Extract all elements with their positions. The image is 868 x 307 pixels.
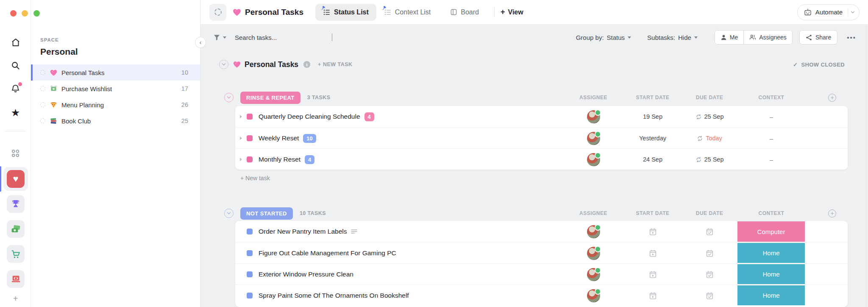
add-column-button[interactable]: + <box>828 94 836 102</box>
expand-caret-icon[interactable] <box>240 115 242 118</box>
search-icon[interactable] <box>10 60 21 71</box>
assignee-avatar[interactable] <box>587 110 600 123</box>
sidebar-item-purchase-wishlist[interactable]: Purchase Wishlist 17 <box>31 81 200 97</box>
assignee-avatar[interactable] <box>587 153 600 166</box>
due-date[interactable]: Today <box>676 128 743 149</box>
task-name[interactable]: Figure Out Cable Management For Gaming P… <box>259 249 396 257</box>
filter-button[interactable] <box>213 34 226 41</box>
status-square-icon[interactable] <box>247 114 253 120</box>
sidebar-item-personal-tasks[interactable]: Personal Tasks 10 <box>31 64 200 81</box>
column-header-context[interactable]: CONTEXT <box>746 89 797 106</box>
space-avatar-personal[interactable]: ♥ <box>7 170 25 188</box>
subtask-count-badge[interactable]: 4 <box>305 155 314 164</box>
column-header-due-date[interactable]: DUE DATE <box>684 205 735 222</box>
task-row[interactable]: Figure Out Cable Management For Gaming P… <box>235 242 848 263</box>
space-avatar-trophy[interactable] <box>7 195 25 213</box>
add-view-button[interactable]: + View <box>501 8 523 17</box>
task-row[interactable]: Quarterly Deep Cleaning Schedule 4 19 Se… <box>235 106 848 127</box>
show-closed-toggle[interactable]: ✓ SHOW CLOSED <box>793 61 845 68</box>
new-task-inline-button[interactable]: + New task <box>240 175 270 181</box>
status-square-icon[interactable] <box>247 271 253 277</box>
column-header-context[interactable]: CONTEXT <box>746 205 797 222</box>
context-tag[interactable]: Home <box>737 264 805 284</box>
traffic-light-close[interactable] <box>10 10 17 17</box>
task-name[interactable]: Order New Pantry Item Labels <box>259 228 347 235</box>
home-icon[interactable] <box>10 37 21 47</box>
sidebar-collapse-button[interactable]: ‹ <box>195 37 206 48</box>
context-tag[interactable]: Home <box>737 285 805 305</box>
group-status-badge[interactable]: NOT STARTED <box>240 207 293 220</box>
due-date[interactable]: 25 Sep <box>676 149 743 170</box>
subtasks-select[interactable]: Subtasks: Hide <box>647 34 698 41</box>
context-value[interactable]: – <box>737 149 805 170</box>
subtask-count-badge[interactable]: 4 <box>364 112 374 121</box>
expand-caret-icon[interactable] <box>240 158 242 161</box>
tab-board[interactable]: Board <box>442 4 487 21</box>
tab-status-list[interactable]: Status List <box>315 4 376 21</box>
space-avatar-finance[interactable] <box>7 220 25 238</box>
column-header-due-date[interactable]: DUE DATE <box>684 89 735 106</box>
context-value[interactable]: – <box>737 106 805 127</box>
column-header-assignee[interactable]: ASSIGNEE <box>568 89 619 106</box>
task-row[interactable]: Weekly Reset 10 Yesterday Today – <box>235 127 848 148</box>
task-name[interactable]: Weekly Reset <box>259 134 299 142</box>
set-due-date[interactable] <box>676 264 743 285</box>
collapse-list-chevron[interactable] <box>219 60 228 69</box>
tab-context-list[interactable]: Context List <box>376 4 438 21</box>
traffic-light-zoom[interactable] <box>33 10 40 17</box>
assignee-avatar[interactable] <box>587 247 600 260</box>
collapse-group-chevron[interactable] <box>224 93 234 102</box>
traffic-light-minimize[interactable] <box>22 10 28 17</box>
favorites-icon[interactable]: ★ <box>10 107 21 118</box>
status-square-icon[interactable] <box>247 229 253 234</box>
group-status-badge[interactable]: RINSE & REPEAT <box>240 92 300 104</box>
assignee-avatar[interactable] <box>587 132 600 145</box>
context-tag[interactable]: Computer <box>737 221 805 242</box>
column-header-start-date[interactable]: START DATE <box>627 205 678 222</box>
status-square-icon[interactable] <box>247 156 253 162</box>
me-filter-button[interactable]: Me <box>715 31 743 44</box>
sidebar-item-menu-planning[interactable]: Menu Planning 26 <box>31 97 200 113</box>
set-due-date[interactable] <box>676 221 743 242</box>
task-name[interactable]: Spray Paint Some Of The Ornaments On Boo… <box>259 292 409 299</box>
expand-caret-icon[interactable] <box>240 137 242 140</box>
share-button[interactable]: Share <box>799 30 837 45</box>
list-icon-chip[interactable] <box>209 4 226 21</box>
assignees-filter-button[interactable]: Assignees <box>743 31 792 44</box>
status-square-icon[interactable] <box>247 135 253 141</box>
group-by-select[interactable]: Group by: Status <box>576 34 631 41</box>
task-row[interactable]: Monthly Reset 4 24 Sep 25 Sep – <box>235 148 848 170</box>
assignee-avatar[interactable] <box>587 268 600 281</box>
task-row[interactable]: Order New Pantry Item Labels Computer <box>235 221 848 242</box>
status-square-icon[interactable] <box>247 250 253 256</box>
column-header-assignee[interactable]: ASSIGNEE <box>568 205 619 222</box>
context-tag[interactable]: Home <box>737 243 805 263</box>
more-options-button[interactable]: ••• <box>847 34 856 41</box>
status-square-icon[interactable] <box>247 293 253 299</box>
new-task-button[interactable]: + NEW TASK <box>318 61 353 67</box>
collapse-group-chevron[interactable] <box>224 209 234 218</box>
task-row[interactable]: Exterior Window Pressure Clean Home <box>235 263 848 285</box>
due-date[interactable]: 25 Sep <box>676 106 743 127</box>
set-due-date[interactable] <box>676 285 743 306</box>
task-name[interactable]: Quarterly Deep Cleaning Schedule <box>259 113 360 120</box>
spaces-grid-icon[interactable] <box>10 148 21 159</box>
add-column-button[interactable]: + <box>828 209 836 218</box>
search-expand-chevron[interactable] <box>332 33 332 41</box>
assignee-avatar[interactable] <box>587 225 600 238</box>
subtask-count-badge[interactable]: 10 <box>303 134 316 143</box>
set-due-date[interactable] <box>676 243 743 264</box>
assignee-avatar[interactable] <box>587 289 600 302</box>
automate-button[interactable]: Automate <box>797 4 860 20</box>
info-icon[interactable]: i <box>303 61 310 68</box>
search-input[interactable]: Search tasks... <box>235 34 277 41</box>
column-header-start-date[interactable]: START DATE <box>627 89 678 106</box>
task-name[interactable]: Exterior Window Pressure Clean <box>259 271 353 278</box>
space-avatar-shopping[interactable] <box>7 245 25 263</box>
add-space-button[interactable]: + <box>0 294 31 304</box>
context-value[interactable]: – <box>737 128 805 149</box>
task-name[interactable]: Monthly Reset <box>259 156 300 163</box>
space-avatar-tech[interactable] <box>7 270 25 288</box>
notifications-icon[interactable] <box>10 83 21 94</box>
sidebar-item-book-club[interactable]: Book Club 25 <box>31 113 200 129</box>
